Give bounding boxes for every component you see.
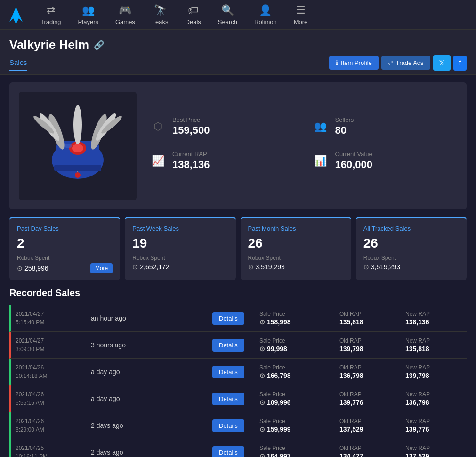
sale-date-0: 2021/04/275:15:40 PM [16, 310, 86, 327]
summary-card-2: Past Month Sales 26 Robux Spent ⊙ 3,519,… [241, 217, 351, 280]
table-row: 2021/04/266:55:16 AM a day ago Details S… [9, 385, 467, 412]
robux-sale-icon-0: ⊙ [259, 318, 265, 326]
details-button-3[interactable]: Details [212, 393, 244, 405]
svg-rect-12 [54, 165, 101, 171]
page-header: Valkyrie Helm 🔗 Sales ℹ Item Profile ⇄ T… [0, 30, 476, 75]
rolimon-icon: 👤 [259, 4, 272, 16]
trade-icon: ⇄ [388, 59, 393, 66]
nav-search[interactable]: 🔍 Search [210, 0, 246, 30]
summary-title-1: Past Week Sales [132, 225, 228, 232]
robux-icon-3: ⊙ [363, 263, 369, 271]
leaks-icon: 🔭 [154, 4, 167, 16]
summary-title-3: All Tracked Sales [363, 225, 459, 232]
nav-rolimon[interactable]: 👤 Rolimon [246, 0, 285, 30]
tab-bar: Sales ℹ Item Profile ⇄ Trade Ads 𝕏 f [9, 55, 467, 74]
robux-sale-icon-2: ⊙ [259, 372, 265, 379]
best-price-icon: ⬡ [151, 120, 165, 133]
table-row: 2021/04/263:29:00 AM 2 days ago Details … [9, 412, 467, 439]
new-rap-col-2: New RAP 139,798 [405, 364, 467, 379]
sale-price-col-5: Sale Price ⊙ 164,997 [259, 445, 335, 457]
summary-card-1: Past Week Sales 19 Robux Spent ⊙ 2,652,1… [125, 217, 235, 280]
players-icon: 👥 [82, 4, 95, 16]
details-button-4[interactable]: Details [212, 419, 244, 432]
sale-price-col-2: Sale Price ⊙ 166,798 [259, 364, 335, 379]
sale-ago-5: 2 days ago [91, 449, 208, 456]
details-button-2[interactable]: Details [212, 366, 244, 378]
nav-more-label: More [294, 18, 308, 25]
details-button-0[interactable]: Details [212, 312, 244, 325]
tab-sales[interactable]: Sales [9, 58, 27, 71]
old-rap-col-4: Old RAP 137,529 [339, 418, 401, 433]
twitter-button[interactable]: 𝕏 [433, 55, 451, 71]
more-icon: ☰ [296, 4, 306, 16]
site-logo[interactable] [5, 3, 27, 26]
old-rap-col-2: Old RAP 136,798 [339, 364, 401, 379]
sale-date-2: 2021/04/2610:14:18 AM [16, 363, 86, 380]
table-row: 2021/04/2510:16:11 PM 2 days ago Details… [9, 439, 467, 457]
best-price-stat: ⬡ Best Price 159,500 [151, 116, 295, 141]
item-card: ⬡ Best Price 159,500 👥 Sellers 80 [9, 82, 467, 209]
current-rap-stat: 📈 Current RAP 138,136 [151, 151, 295, 176]
nav-players[interactable]: 👥 Players [70, 0, 107, 30]
nav-more[interactable]: ☰ More [285, 0, 316, 30]
nav-players-label: Players [78, 18, 98, 25]
summary-spent-label-3: Robux Spent [363, 255, 459, 261]
nav-leaks[interactable]: 🔭 Leaks [144, 0, 177, 30]
facebook-button[interactable]: f [453, 56, 467, 71]
old-rap-col-1: Old RAP 139,798 [339, 337, 401, 353]
trade-ads-button[interactable]: ⇄ Trade Ads [381, 56, 430, 70]
sale-price-col-4: Sale Price ⊙ 159,999 [259, 418, 335, 433]
games-icon: 🎮 [119, 4, 131, 16]
item-title-row: Valkyrie Helm 🔗 [9, 38, 467, 52]
sale-date-5: 2021/04/2510:16:11 PM [16, 444, 86, 457]
recorded-sales-title: Recorded Sales [9, 288, 467, 298]
sale-ago-2: a day ago [91, 368, 208, 376]
table-row: 2021/04/2610:14:18 AM a day ago Details … [9, 359, 467, 385]
deals-icon: 🏷 [188, 4, 198, 16]
robux-sale-icon-3: ⊙ [259, 399, 265, 406]
sellers-icon: 👥 [314, 120, 328, 133]
details-button-1[interactable]: Details [212, 339, 244, 352]
sellers-stat: 👥 Sellers 80 [314, 116, 458, 141]
nav-trading[interactable]: ⇄ Trading [32, 0, 70, 30]
sale-ago-3: a day ago [91, 395, 208, 402]
summary-spent-value-0: ⊙ 258,996 [17, 265, 48, 272]
new-rap-col-0: New RAP 138,136 [405, 311, 467, 326]
nav-deals-label: Deals [186, 18, 201, 25]
summary-spent-label-1: Robux Spent [132, 255, 228, 261]
more-button-0[interactable]: More [90, 263, 113, 273]
robux-sale-icon-1: ⊙ [259, 345, 265, 353]
search-icon: 🔍 [221, 4, 234, 16]
current-value-stat: 📊 Current Value 160,000 [314, 151, 458, 176]
sale-ago-1: 3 hours ago [91, 341, 208, 349]
nav-deals[interactable]: 🏷 Deals [177, 0, 210, 30]
details-button-5[interactable]: Details [212, 446, 244, 457]
trading-icon: ⇄ [47, 4, 55, 16]
new-rap-col-4: New RAP 139,776 [405, 418, 467, 433]
nav-rolimon-label: Rolimon [254, 18, 277, 25]
sales-rows: 2021/04/275:15:40 PM an hour ago Details… [9, 305, 467, 457]
svg-point-4 [72, 144, 83, 152]
new-rap-col-3: New RAP 136,798 [405, 391, 467, 406]
sale-price-col-1: Sale Price ⊙ 99,998 [259, 337, 335, 353]
sale-date-3: 2021/04/266:55:16 AM [16, 390, 86, 407]
rap-icon: 📈 [151, 155, 165, 167]
sale-price-col-3: Sale Price ⊙ 109,996 [259, 391, 335, 406]
robux-icon-1: ⊙ [132, 263, 138, 271]
robux-icon-2: ⊙ [248, 263, 254, 271]
summary-spent-value-3: ⊙ 3,519,293 [363, 263, 400, 271]
nav-items: ⇄ Trading 👥 Players 🎮 Games 🔭 Leaks 🏷 De… [32, 0, 471, 30]
item-profile-button[interactable]: ℹ Item Profile [329, 56, 379, 70]
nav-trading-label: Trading [40, 18, 61, 25]
navbar: ⇄ Trading 👥 Players 🎮 Games 🔭 Leaks 🏷 De… [0, 0, 476, 30]
summary-title-0: Past Day Sales [17, 225, 113, 232]
summary-spent-value-1: ⊙ 2,652,172 [132, 263, 169, 271]
nav-games[interactable]: 🎮 Games [107, 0, 144, 30]
summary-title-2: Past Month Sales [248, 225, 344, 232]
summary-spent-label-2: Robux Spent [248, 255, 344, 261]
nav-leaks-label: Leaks [152, 18, 169, 25]
old-rap-col-0: Old RAP 135,818 [339, 311, 401, 326]
item-link-icon[interactable]: 🔗 [94, 40, 104, 50]
summary-number-0: 2 [17, 236, 113, 251]
sale-ago-4: 2 days ago [91, 422, 208, 429]
